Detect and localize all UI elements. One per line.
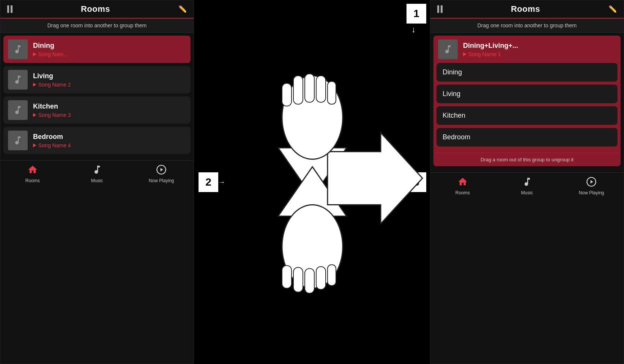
right-header-title: Rooms [511,4,540,14]
sub-room-kitchen[interactable]: Kitchen [436,106,618,125]
left-drag-hint: Drag one room into another to group them [0,19,194,33]
tab-music-label-left: Music [91,178,103,183]
tab-rooms-label-left: Rooms [25,178,40,183]
svg-rect-7 [293,76,303,104]
kitchen-song: Song Name 3 [33,112,186,118]
sub-room-bedroom-name: Bedroom [443,133,470,141]
right-drag-hint: Drag one room into another to group them [430,19,624,33]
svg-point-5 [282,76,343,159]
home-icon-right [457,176,468,189]
music-icon-right [522,176,533,189]
living-info: Living Song Name 2 [33,72,186,88]
step-2-arrow: → [218,178,225,186]
svg-marker-1 [161,168,163,171]
left-tab-bar: Rooms Music Now Playing [0,160,194,186]
step-3-badge: 3 [407,172,426,192]
grouped-play-icon [463,52,466,56]
right-header: Rooms ✏️ [430,0,624,19]
grouped-room-section[interactable]: Dining+Living+... Song Name 1 Dining Liv… [433,36,621,166]
pause-icon-right[interactable] [437,5,443,13]
edit-icon-right[interactable]: ✏️ [608,5,617,13]
play-circle-icon-left [156,164,167,176]
svg-rect-14 [305,269,314,293]
play-circle-icon-right [586,176,597,189]
step-2-badge: 2 [199,172,218,192]
living-thumb [8,70,28,90]
svg-rect-9 [316,76,326,102]
kitchen-play-icon [33,113,36,117]
svg-marker-18 [591,180,593,183]
sub-room-bedroom[interactable]: Bedroom [436,128,618,147]
bedroom-song: Song Name 4 [33,142,186,148]
dining-name: Dining [33,42,186,50]
svg-marker-2 [278,95,347,197]
grouped-song: Song Name 1 [463,51,616,57]
step-3-arrow: ← [400,178,407,186]
left-header-title: Rooms [81,4,110,14]
kitchen-name: Kitchen [33,102,186,110]
gesture-area: 1 ↓ 2 → 3 ← [195,0,430,364]
dining-play-icon [33,52,36,56]
svg-rect-13 [293,268,303,292]
gesture-illustration [195,0,430,364]
room-item-kitchen[interactable]: Kitchen Song Name 3 [3,96,191,124]
right-room-list: Dining+Living+... Song Name 1 Dining Liv… [430,33,624,172]
living-play-icon [33,83,36,87]
room-item-dining[interactable]: Dining Song Nam... [3,36,191,63]
grouped-name: Dining+Living+... [463,42,616,50]
grouped-header: Dining+Living+... Song Name 1 [433,36,621,63]
tab-music-left[interactable]: Music [65,164,129,183]
tab-now-playing-left[interactable]: Now Playing [129,164,194,183]
bedroom-name: Bedroom [33,133,186,141]
bedroom-play-icon [33,143,36,147]
step-1-badge: 1 [407,4,426,24]
home-icon-left [27,164,38,176]
left-room-list: Dining Song Nam... Living Song Name 2 [0,33,194,160]
bedroom-thumb [8,131,28,150]
edit-icon-left[interactable]: ✏️ [178,5,187,13]
tab-rooms-left[interactable]: Rooms [0,164,65,183]
ungroup-hint: Drag a room out of this group to ungroup… [433,153,621,166]
kitchen-thumb [8,100,28,120]
kitchen-info: Kitchen Song Name 3 [33,102,186,118]
svg-rect-10 [328,82,336,104]
svg-rect-6 [282,84,292,106]
sub-room-list: Dining Living Kitchen Bedroom [433,63,621,153]
svg-rect-15 [316,267,326,290]
left-header: Rooms ✏️ [0,0,194,19]
pause-icon[interactable] [7,5,13,13]
tab-music-label-right: Music [521,190,533,195]
room-item-bedroom[interactable]: Bedroom Song Name 4 [3,127,191,154]
svg-point-11 [282,205,343,288]
room-item-living[interactable]: Living Song Name 2 [3,66,191,93]
sub-room-living-name: Living [443,90,460,98]
sub-room-kitchen-name: Kitchen [443,112,465,120]
svg-rect-8 [305,74,314,102]
dining-song: Song Nam... [33,51,186,57]
living-song: Song Name 2 [33,82,186,88]
living-name: Living [33,72,186,80]
sub-room-dining[interactable]: Dining [436,63,618,82]
music-icon-left [92,164,102,176]
sub-room-living[interactable]: Living [436,85,618,103]
step-1-arrow: ↓ [411,25,416,35]
tab-rooms-right[interactable]: Rooms [430,176,495,195]
right-tab-bar: Rooms Music Now Playing [430,172,624,199]
dining-info: Dining Song Nam... [33,42,186,57]
svg-rect-16 [328,265,336,286]
svg-marker-3 [278,167,347,269]
grouped-info: Dining+Living+... Song Name 1 [463,42,616,57]
right-screen-panel: Rooms ✏️ Drag one room into another to g… [430,0,624,364]
left-screen-panel: Rooms ✏️ Drag one room into another to g… [0,0,194,364]
tab-now-playing-label-left: Now Playing [149,178,174,183]
svg-rect-12 [282,266,292,288]
sub-room-dining-name: Dining [443,68,462,76]
dining-thumb [8,39,28,59]
tab-now-playing-label-right: Now Playing [579,190,604,195]
bedroom-info: Bedroom Song Name 4 [33,133,186,148]
tab-now-playing-right[interactable]: Now Playing [559,176,624,195]
tab-music-right[interactable]: Music [495,176,559,195]
tab-rooms-label-right: Rooms [455,190,470,195]
grouped-thumb [438,39,458,59]
